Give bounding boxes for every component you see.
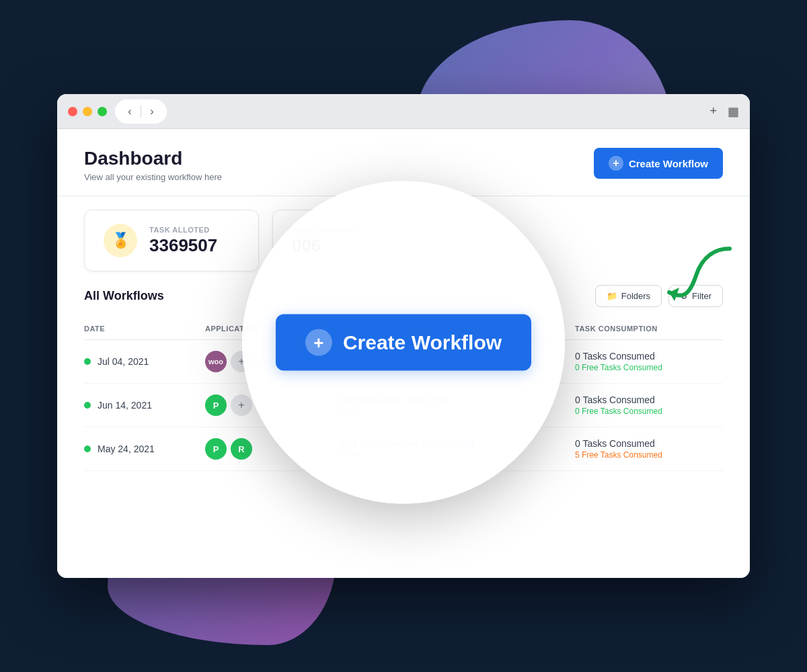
create-workflow-header-label: Create Workflow — [629, 158, 708, 169]
plus-icon: + — [609, 156, 623, 171]
circle-overlay: + Create Workflow — [242, 181, 565, 504]
folders-icon: 📁 — [607, 291, 617, 301]
allotted-icon: 🏅 — [104, 224, 137, 257]
app-icon-woo: woo — [205, 351, 227, 372]
window-button[interactable]: ▦ — [728, 104, 739, 119]
free-tasks-1: 0 Free Tasks Consumed — [575, 363, 723, 372]
plus-circle-icon: + — [305, 329, 332, 356]
traffic-light-green[interactable] — [98, 107, 107, 116]
date-cell-3: May 24, 2021 — [84, 444, 205, 454]
create-workflow-header-button[interactable]: + Create Workflow — [594, 148, 723, 179]
free-tasks-2: 0 Free Tasks Consumed — [575, 407, 723, 416]
create-workflow-large-label: Create Workflow — [343, 331, 502, 354]
task-cell-2: 0 Tasks Consumed 0 Free Tasks Consumed — [575, 394, 723, 416]
date-cell-2: Jun 14, 2021 — [84, 400, 205, 411]
allotted-emoji: 🏅 — [112, 232, 130, 249]
task-cell-1: 0 Tasks Consumed 0 Free Tasks Consumed — [575, 351, 723, 372]
traffic-lights — [68, 107, 107, 116]
date-3: May 24, 2021 — [98, 444, 155, 454]
status-dot-1 — [84, 358, 91, 365]
tasks-consumed-2: 0 Tasks Consumed — [575, 394, 723, 405]
allotted-label: TASK ALLOTED — [149, 226, 217, 234]
nav-divider — [141, 106, 141, 118]
new-tab-button[interactable]: + — [709, 104, 717, 118]
arrow-svg — [662, 235, 743, 316]
stat-card-allotted: 🏅 TASK ALLOTED 3369507 — [84, 210, 259, 271]
app-icon-p-1: P — [205, 394, 227, 416]
allotted-value: 3369507 — [149, 235, 217, 256]
date-cell-1: Jul 04, 2021 — [84, 356, 205, 367]
forward-button[interactable]: › — [143, 102, 161, 121]
tasks-consumed-1: 0 Tasks Consumed — [575, 351, 723, 362]
back-button[interactable]: ‹ — [120, 102, 139, 121]
app-icon-p-2: P — [205, 438, 227, 460]
create-workflow-large-button[interactable]: + Create Workflow — [276, 314, 531, 371]
traffic-light-red[interactable] — [68, 107, 77, 116]
browser-chrome: ‹ › + ▦ — [57, 94, 750, 129]
folders-button[interactable]: 📁 Folders — [595, 285, 662, 307]
allotted-info: TASK ALLOTED 3369507 — [149, 226, 217, 256]
status-dot-2 — [84, 402, 91, 409]
folders-label: Folders — [621, 291, 650, 301]
page-title: Dashboard — [84, 148, 222, 169]
workflows-title: All Workflows — [84, 289, 164, 303]
app-icon-r: R — [231, 438, 252, 460]
app-icon-plus-2: + — [231, 394, 252, 416]
col-task-consumption: TASK CONSUMPTION — [575, 325, 723, 333]
status-dot-3 — [84, 446, 91, 452]
date-2: Jun 14, 2021 — [98, 400, 152, 411]
page-subtitle: View all your existing workflow here — [84, 172, 222, 182]
nav-buttons: ‹ › — [115, 99, 167, 124]
header-text: Dashboard View all your existing workflo… — [84, 148, 222, 182]
col-date: DATE — [84, 325, 205, 333]
tasks-consumed-3: 0 Tasks Consumed — [575, 438, 723, 449]
task-cell-3: 0 Tasks Consumed 5 Free Tasks Consumed — [575, 438, 723, 460]
free-tasks-3: 5 Free Tasks Consumed — [575, 450, 723, 460]
browser-actions: + ▦ — [709, 104, 739, 119]
traffic-light-yellow[interactable] — [83, 107, 92, 116]
date-1: Jul 04, 2021 — [98, 356, 149, 367]
